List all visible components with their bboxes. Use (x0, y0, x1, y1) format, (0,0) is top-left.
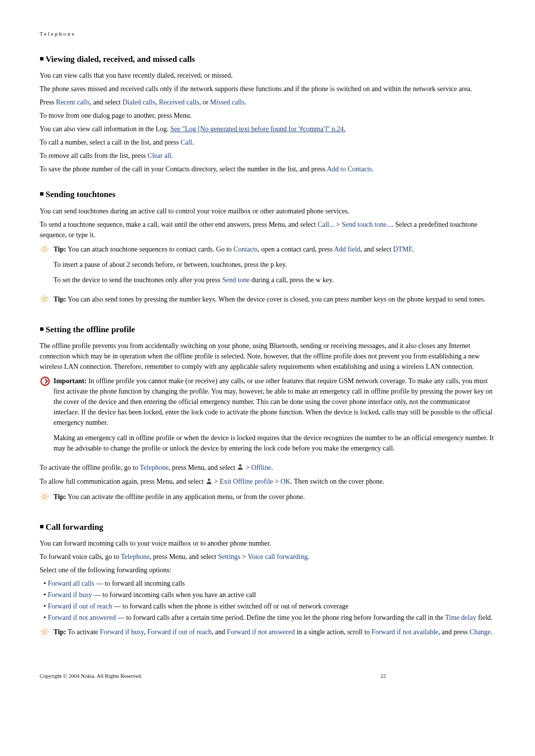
term-exit-offline: Exit Offline profile (219, 478, 273, 485)
paragraph: The phone saves missed and received call… (40, 84, 495, 94)
tip-content: Tip: You can also send tones by pressing… (54, 294, 495, 309)
paragraph: To move from one dialog page to another,… (40, 110, 495, 121)
page-header: Telephone (40, 30, 495, 38)
paragraph: Select one of the following forwarding o… (40, 565, 495, 575)
svg-point-9 (43, 297, 47, 301)
svg-point-19 (239, 464, 242, 467)
term-forward-if-busy: Forward if busy (100, 628, 144, 636)
term-forward-if-not-available: Forward if not available (372, 628, 438, 636)
tip-block: Tip: To activate Forward if busy, Forwar… (40, 627, 495, 642)
profile-icon (206, 477, 213, 488)
term-forward-if-not-answered: Forward if not answered (227, 628, 295, 636)
section-title-offline-profile: Setting the offline profile (40, 323, 495, 336)
term-settings: Settings (218, 553, 240, 560)
svg-line-27 (47, 499, 48, 500)
paragraph: You can also view call information in th… (40, 124, 495, 134)
lightbulb-icon (40, 244, 54, 258)
term-send-touch-tone: Send touch tone... (342, 221, 392, 228)
term-forward-if-out-of-reach: Forward if out of reach (48, 603, 112, 610)
paragraph: You can forward incoming calls to your v… (40, 538, 495, 549)
svg-line-29 (47, 494, 48, 495)
term-ok: OK (280, 478, 290, 485)
term-add-field: Add field (334, 246, 360, 253)
term-time-delay: Time delay (445, 614, 477, 621)
copyright: Copyright © 2004 Nokia. All Rights Reser… (40, 672, 142, 680)
term-voice-call-forwarding: Voice call forwarding (248, 553, 308, 560)
svg-line-14 (42, 296, 43, 297)
term-telephone: Telephone (140, 464, 168, 471)
svg-line-6 (47, 251, 48, 252)
tip-block: Tip: You can activate the offline profil… (40, 492, 495, 507)
list-item: Forward if out of reach — to forward cal… (40, 601, 495, 611)
term-call: Call (181, 139, 192, 146)
important-icon (40, 376, 54, 391)
svg-line-26 (42, 494, 43, 495)
paragraph: To save the phone number of the call in … (40, 164, 495, 174)
important-content: Important: In offline profile you cannot… (54, 376, 495, 458)
page-footer: Copyright © 2004 Nokia. All Rights Reser… (40, 672, 495, 680)
svg-line-15 (47, 301, 48, 302)
list-item: Forward if not answered — to forward cal… (40, 612, 495, 623)
link-see-log[interactable]: See "Log [No generated text before found… (170, 125, 346, 133)
page-number: 22 (380, 672, 386, 680)
paragraph: To send a touchtone sequence, make a cal… (40, 219, 495, 240)
svg-line-36 (47, 634, 48, 635)
lightbulb-icon (40, 294, 54, 308)
term-dialed-calls: Dialed calls (122, 99, 155, 106)
term-call-menu: Call... (318, 221, 334, 228)
paragraph: To remove all calls from the list, press… (40, 151, 495, 161)
svg-point-30 (43, 630, 47, 634)
term-missed-calls: Missed calls (210, 99, 245, 106)
term-change: Change (470, 628, 491, 636)
lightbulb-icon (40, 627, 54, 641)
term-recent-calls: Recent calls (56, 99, 90, 106)
tip-block: Tip: You can attach touchtone sequences … (40, 244, 495, 290)
svg-line-8 (47, 246, 48, 247)
list-item: Forward all calls — to forward all incom… (40, 578, 495, 589)
paragraph: To call a number, select a call in the l… (40, 137, 495, 148)
term-forward-if-busy: Forward if busy (48, 591, 92, 599)
term-forward-all-calls: Forward all calls (48, 580, 94, 587)
svg-line-38 (47, 629, 48, 630)
svg-line-7 (42, 251, 43, 252)
paragraph: The offline profile prevents you from ac… (40, 341, 495, 372)
paragraph: You can send touchtones during an active… (40, 206, 495, 216)
term-send-tone: Send tone (222, 276, 250, 284)
tip-block: Tip: You can also send tones by pressing… (40, 294, 495, 309)
paragraph: To forward voice calls, go to Telephone,… (40, 552, 495, 562)
tip-content: Tip: You can activate the offline profil… (54, 492, 495, 507)
term-telephone: Telephone (121, 553, 150, 560)
paragraph: To allow full communication again, press… (40, 476, 495, 487)
term-forward-if-out-of-reach: Forward if out of reach (147, 628, 212, 636)
svg-line-35 (42, 629, 43, 630)
term-received-calls: Received calls (159, 99, 199, 106)
paragraph: To activate the offline profile, go to T… (40, 462, 495, 473)
section-title-call-forwarding: Call forwarding (40, 521, 495, 534)
important-block: Important: In offline profile you cannot… (40, 376, 495, 458)
lightbulb-icon (40, 492, 54, 505)
term-offline: Offline (251, 464, 271, 471)
term-clear-all: Clear all (148, 152, 171, 159)
list-item: Forward if busy — to forward incoming ca… (40, 590, 495, 600)
paragraph: You can view calls that you have recentl… (40, 70, 495, 81)
svg-point-21 (43, 495, 47, 498)
svg-line-17 (47, 296, 48, 297)
svg-line-16 (42, 301, 43, 302)
forwarding-options-list: Forward all calls — to forward all incom… (40, 578, 495, 623)
section-title-sending-touchtones: Sending touchtones (40, 188, 495, 201)
term-forward-if-not-answered: Forward if not answered (48, 614, 115, 621)
term-dtmf: DTMF (393, 246, 412, 253)
term-contacts: Contacts (233, 246, 258, 253)
svg-point-20 (208, 478, 210, 481)
svg-line-5 (42, 246, 43, 247)
profile-icon (237, 463, 244, 473)
section-title-viewing-calls: Viewing dialed, received, and missed cal… (40, 53, 495, 66)
paragraph: Press Recent calls, and select Dialed ca… (40, 97, 495, 107)
tip-content: Tip: You can attach touchtone sequences … (54, 244, 495, 290)
term-add-to-contacts: Add to Contacts (327, 165, 372, 173)
svg-line-28 (42, 499, 43, 500)
svg-point-0 (43, 247, 47, 251)
svg-line-37 (42, 634, 43, 635)
tip-content: Tip: To activate Forward if busy, Forwar… (54, 627, 495, 642)
